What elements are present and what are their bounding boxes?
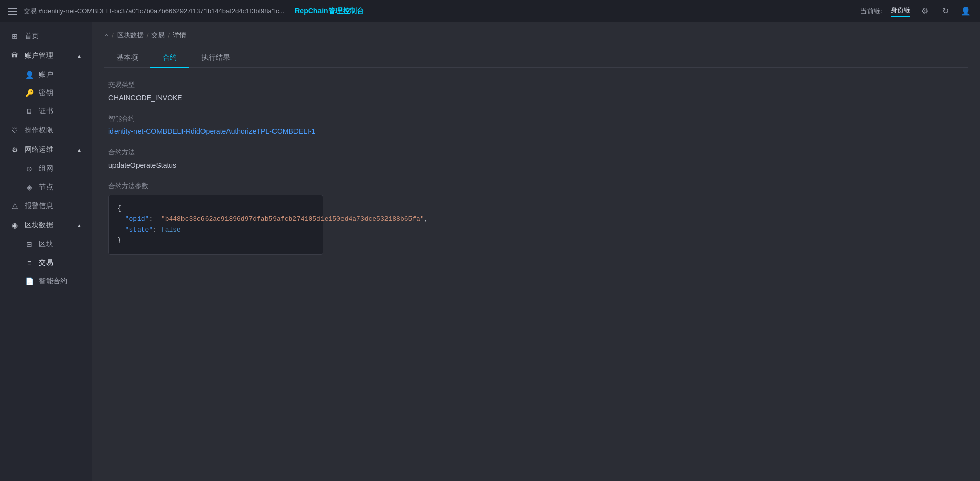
sidebar-item-key-label: 密钥: [39, 88, 53, 98]
contract-method-field: 合约方法 updateOperateStatus: [108, 148, 964, 169]
layout: ⊞ 首页 🏛 账户管理 ▲ 👤 账户 🔑 密钥 🖥 证书 🛡 操作权限 ⚙: [0, 22, 980, 481]
sidebar-item-account[interactable]: 👤 账户: [0, 65, 92, 84]
sidebar-item-cert-label: 证书: [39, 107, 53, 116]
refresh-icon[interactable]: ↻: [939, 5, 951, 17]
smart-contract-label: 智能合约: [108, 114, 964, 123]
account-mgmt-icon: 🏛: [10, 51, 19, 60]
breadcrumb-sep-2: /: [147, 32, 149, 39]
chain-value[interactable]: 身份链: [891, 6, 910, 17]
network-ops-icon: ⚙: [10, 145, 19, 154]
breadcrumb-block-data[interactable]: 区块数据: [117, 31, 144, 40]
main-content: ⌂ / 区块数据 / 交易 / 详情 基本项 合约 执行结果 交易类型 CHAI…: [92, 22, 980, 481]
settings-icon[interactable]: ⚙: [919, 5, 931, 17]
contract-params-value: { "opid": "b448bc33c662ac91896d97dfab59a…: [108, 195, 323, 255]
topbar-right: 当前链: 身份链 ⚙ ↻ 👤: [860, 5, 972, 17]
sidebar: ⊞ 首页 🏛 账户管理 ▲ 👤 账户 🔑 密钥 🖥 证书 🛡 操作权限 ⚙: [0, 22, 92, 481]
sidebar-item-smart-contract[interactable]: 📄 智能合约: [0, 272, 92, 290]
sidebar-item-permission-label: 操作权限: [25, 126, 53, 135]
sidebar-item-network-label: 组网: [39, 164, 53, 173]
sidebar-item-tx[interactable]: ≡ 交易: [0, 254, 92, 272]
topbar-title: 交易 #identity-net-COMBDELI-bc37a01c7b0a7b…: [24, 7, 284, 16]
sidebar-item-block[interactable]: ⊟ 区块: [0, 235, 92, 254]
tx-icon: ≡: [25, 258, 34, 267]
home-icon: ⊞: [10, 32, 19, 41]
alert-icon: ⚠: [10, 201, 19, 211]
breadcrumb-detail: 详情: [173, 31, 186, 40]
breadcrumb-home-icon[interactable]: ⌂: [104, 31, 109, 40]
sidebar-item-cert[interactable]: 🖥 证书: [0, 102, 92, 121]
network-ops-arrow: ▲: [77, 147, 82, 153]
topbar-left: 交易 #identity-net-COMBDELI-bc37a01c7b0a7b…: [8, 7, 364, 16]
content-area: 基本项 合约 执行结果 交易类型 CHAINCODE_INVOKE 智能合约 i…: [104, 48, 968, 255]
account-icon: 👤: [25, 70, 34, 79]
breadcrumb: ⌂ / 区块数据 / 交易 / 详情: [92, 22, 980, 48]
user-icon[interactable]: 👤: [960, 5, 972, 17]
sidebar-item-node-label: 节点: [39, 182, 53, 192]
sidebar-item-permission[interactable]: 🛡 操作权限: [0, 121, 92, 140]
tx-type-label: 交易类型: [108, 80, 964, 89]
smart-contract-field: 智能合约 identity-net-COMBDELI-RdidOperateAu…: [108, 114, 964, 135]
contract-tab-content: 交易类型 CHAINCODE_INVOKE 智能合约 identity-net-…: [104, 80, 968, 255]
sidebar-item-network-ops[interactable]: ⚙ 网络运维 ▲: [0, 140, 92, 159]
key-icon: 🔑: [25, 88, 34, 98]
hamburger-icon[interactable]: [8, 8, 17, 15]
sidebar-item-account-label: 账户: [39, 70, 53, 79]
smart-contract-icon: 📄: [25, 277, 34, 286]
sidebar-item-network-ops-label: 网络运维: [25, 145, 53, 154]
sidebar-item-key[interactable]: 🔑 密钥: [0, 84, 92, 102]
breadcrumb-tx[interactable]: 交易: [151, 31, 165, 40]
blockchain-data-icon: ◉: [10, 221, 19, 230]
tx-type-field: 交易类型 CHAINCODE_INVOKE: [108, 80, 964, 102]
block-icon: ⊟: [25, 240, 34, 249]
tab-bar: 基本项 合约 执行结果: [104, 48, 968, 68]
account-mgmt-arrow: ▲: [77, 53, 82, 59]
sidebar-item-home[interactable]: ⊞ 首页: [0, 27, 92, 46]
sidebar-item-alert-label: 报警信息: [25, 201, 53, 211]
sidebar-item-home-label: 首页: [25, 32, 39, 41]
blockchain-data-arrow: ▲: [77, 223, 82, 228]
breadcrumb-sep-3: /: [168, 32, 170, 39]
permission-icon: 🛡: [10, 126, 19, 135]
tx-type-value: CHAINCODE_INVOKE: [108, 94, 964, 102]
contract-params-field: 合约方法参数 { "opid": "b448bc33c662ac91896d97…: [108, 181, 964, 255]
topbar-brand: RepChain管理控制台: [294, 7, 363, 16]
network-icon: ⊙: [25, 164, 34, 173]
sidebar-item-blockchain-data-label: 区块数据: [25, 221, 53, 230]
sidebar-item-block-label: 区块: [39, 240, 53, 249]
cert-icon: 🖥: [25, 107, 34, 116]
sidebar-item-smart-contract-label: 智能合约: [39, 277, 67, 286]
sidebar-item-blockchain-data[interactable]: ◉ 区块数据 ▲: [0, 216, 92, 235]
chain-label: 当前链:: [860, 7, 882, 16]
breadcrumb-sep-1: /: [112, 32, 114, 39]
topbar: 交易 #identity-net-COMBDELI-bc37a01c7b0a7b…: [0, 0, 980, 22]
sidebar-item-network[interactable]: ⊙ 组网: [0, 159, 92, 178]
contract-method-label: 合约方法: [108, 148, 964, 157]
tab-result[interactable]: 执行结果: [189, 48, 242, 67]
sidebar-item-account-mgmt[interactable]: 🏛 账户管理 ▲: [0, 46, 92, 65]
sidebar-item-tx-label: 交易: [39, 258, 53, 267]
node-icon: ◈: [25, 182, 34, 192]
tab-basic[interactable]: 基本项: [104, 48, 150, 67]
contract-params-label: 合约方法参数: [108, 181, 964, 191]
sidebar-item-node[interactable]: ◈ 节点: [0, 178, 92, 196]
smart-contract-value[interactable]: identity-net-COMBDELI-RdidOperateAuthori…: [108, 127, 964, 135]
sidebar-item-account-mgmt-label: 账户管理: [25, 51, 53, 60]
contract-method-value: updateOperateStatus: [108, 161, 964, 169]
tab-contract[interactable]: 合约: [150, 48, 189, 67]
sidebar-item-alert[interactable]: ⚠ 报警信息: [0, 196, 92, 216]
